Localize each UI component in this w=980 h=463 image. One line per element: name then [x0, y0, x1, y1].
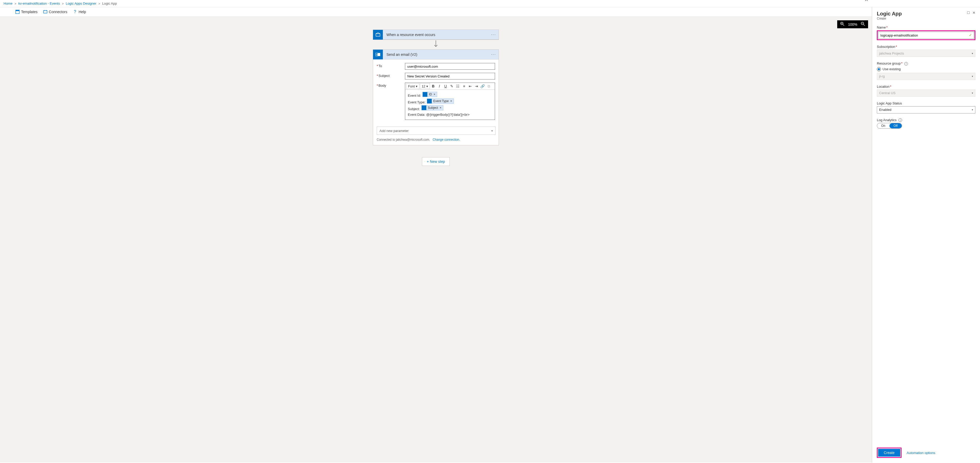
- card-menu-icon[interactable]: ···: [491, 52, 496, 57]
- card-menu-icon[interactable]: ···: [491, 32, 496, 37]
- chevron-right-icon: >: [99, 2, 100, 5]
- body-line-eventid: Event Id:: [408, 94, 421, 97]
- indent-icon[interactable]: ⇥: [474, 83, 479, 89]
- bold-icon[interactable]: B: [430, 83, 436, 89]
- info-icon[interactable]: i: [904, 62, 908, 65]
- remove-token-icon: ×: [450, 98, 452, 104]
- log-analytics-toggle[interactable]: On Off: [877, 123, 902, 129]
- change-connection-link[interactable]: Change connection.: [433, 138, 460, 142]
- close-icon[interactable]: ✕: [972, 11, 975, 15]
- to-label: To: [379, 64, 382, 68]
- chevron-right-icon: >: [62, 2, 64, 5]
- breadcrumb-kv-events[interactable]: kv-emailnotification - Events: [18, 2, 60, 5]
- subject-label: Subject: [379, 74, 390, 78]
- outdent-icon[interactable]: ⇤: [468, 83, 473, 89]
- pane-subtitle: Create: [877, 17, 967, 20]
- name-input[interactable]: [878, 32, 974, 39]
- location-select[interactable]: Central US ▾: [877, 89, 975, 97]
- location-value: Central US: [879, 91, 896, 95]
- radio-dot-icon: [877, 67, 881, 71]
- templates-label: Templates: [21, 10, 38, 14]
- body-editor: Font ▾ 12 ▾ B I U ✎ ☷ ≡ ⇤: [405, 83, 495, 120]
- restore-icon[interactable]: ☐: [967, 11, 970, 15]
- valid-check-icon: ✓: [969, 33, 972, 37]
- trigger-card[interactable]: When a resource event occurs ···: [373, 30, 499, 40]
- underline-icon[interactable]: U: [443, 83, 449, 89]
- name-label: Name: [877, 25, 886, 29]
- breadcrumb-designer[interactable]: Logic Apps Designer: [65, 2, 96, 5]
- size-select[interactable]: 12 ▾: [420, 83, 430, 89]
- breadcrumb-home[interactable]: Home: [3, 2, 13, 5]
- trigger-title: When a resource event occurs: [387, 33, 491, 37]
- zoom-out-icon[interactable]: [861, 22, 865, 27]
- svg-text:O: O: [376, 54, 378, 56]
- send-email-card: O Send an email (V2) ··· *To *Subject: [373, 49, 499, 145]
- numbered-icon[interactable]: ≡: [461, 83, 467, 89]
- remove-token-icon: ×: [434, 92, 435, 97]
- use-existing-label: Use existing: [883, 67, 901, 71]
- use-existing-radio[interactable]: Use existing: [877, 67, 975, 71]
- automation-options-link[interactable]: Automation options: [907, 451, 935, 455]
- subscription-select[interactable]: jalichwa Projects ▾: [877, 49, 975, 57]
- subject-input[interactable]: [405, 73, 495, 80]
- help-label: Help: [78, 10, 86, 14]
- command-bar: Templates Connectors ? Help: [0, 7, 872, 17]
- resource-group-select[interactable]: jl-rg ▾: [877, 73, 975, 80]
- editor-toolbar: Font ▾ 12 ▾ B I U ✎ ☷ ≡ ⇤: [405, 83, 495, 90]
- connected-to-text: Connected to jalichwa@microsoft.com.: [377, 138, 430, 142]
- body-line-eventdata: Event Data: @{triggerBody()?['data']}<br…: [408, 112, 492, 118]
- zoom-value: 100%: [848, 22, 857, 27]
- add-parameter-select[interactable]: Add new parameter ▾: [377, 127, 496, 135]
- chevron-down-icon: ▾: [972, 75, 973, 78]
- info-icon[interactable]: i: [899, 118, 902, 122]
- code-icon[interactable]: ⧉: [486, 83, 492, 89]
- status-label: Logic App Status: [877, 101, 975, 105]
- resource-group-label: Resource group: [877, 62, 901, 65]
- chevron-down-icon: ▾: [972, 108, 973, 111]
- subscription-value: jalichwa Projects: [879, 51, 904, 55]
- subscription-label: Subscription: [877, 45, 895, 49]
- chevron-down-icon: ▾: [972, 52, 973, 55]
- arrow-down-icon: [433, 40, 438, 49]
- font-select[interactable]: Font ▾: [406, 83, 419, 89]
- close-icon[interactable]: ✕: [864, 0, 869, 2]
- send-email-title: Send an email (V2): [387, 53, 491, 57]
- svg-rect-12: [376, 34, 380, 36]
- zoom-control: 100%: [837, 20, 868, 28]
- send-email-header[interactable]: O Send an email (V2) ···: [373, 49, 499, 59]
- breadcrumb-current: Logic App: [102, 2, 117, 5]
- outlook-icon: O: [373, 49, 383, 59]
- to-input[interactable]: [405, 63, 495, 70]
- toggle-off-label: Off: [889, 123, 902, 128]
- eventgrid-icon: [373, 30, 383, 40]
- designer-canvas: 100% When a resource event occurs ···: [0, 17, 872, 463]
- italic-icon[interactable]: I: [437, 83, 442, 89]
- svg-line-6: [843, 24, 844, 26]
- new-step-button[interactable]: + New step: [422, 157, 450, 166]
- svg-rect-2: [43, 11, 47, 13]
- connectors-icon: [43, 10, 47, 14]
- link-icon[interactable]: 🔗: [480, 83, 485, 89]
- bullets-icon[interactable]: ☷: [455, 83, 461, 89]
- status-select[interactable]: Enabled ▾: [877, 106, 975, 113]
- body-line-subject: Subject:: [408, 107, 420, 111]
- token-subject[interactable]: Subject×: [422, 105, 443, 110]
- connectors-button[interactable]: Connectors: [43, 10, 67, 14]
- help-button[interactable]: ? Help: [73, 10, 86, 14]
- body-label: Body: [379, 84, 386, 88]
- create-button[interactable]: Create: [878, 449, 900, 457]
- chevron-right-icon: >: [15, 2, 16, 5]
- body-line-eventtype: Event Type:: [408, 100, 425, 104]
- svg-rect-1: [16, 10, 19, 11]
- templates-button[interactable]: Templates: [16, 10, 38, 14]
- chevron-down-icon: ▾: [972, 92, 973, 94]
- designer-main: ✕ Templates Connectors ? Help: [0, 7, 872, 463]
- body-content[interactable]: Event Id: ID× Event Type: Event Type×: [405, 90, 495, 119]
- pencil-icon[interactable]: ✎: [449, 83, 455, 89]
- token-event-type[interactable]: Event Type×: [427, 99, 454, 103]
- connectors-label: Connectors: [49, 10, 67, 14]
- zoom-in-icon[interactable]: [840, 22, 845, 27]
- token-id[interactable]: ID×: [422, 92, 437, 97]
- resource-group-value: jl-rg: [879, 74, 885, 78]
- add-parameter-label: Add new parameter: [380, 129, 409, 133]
